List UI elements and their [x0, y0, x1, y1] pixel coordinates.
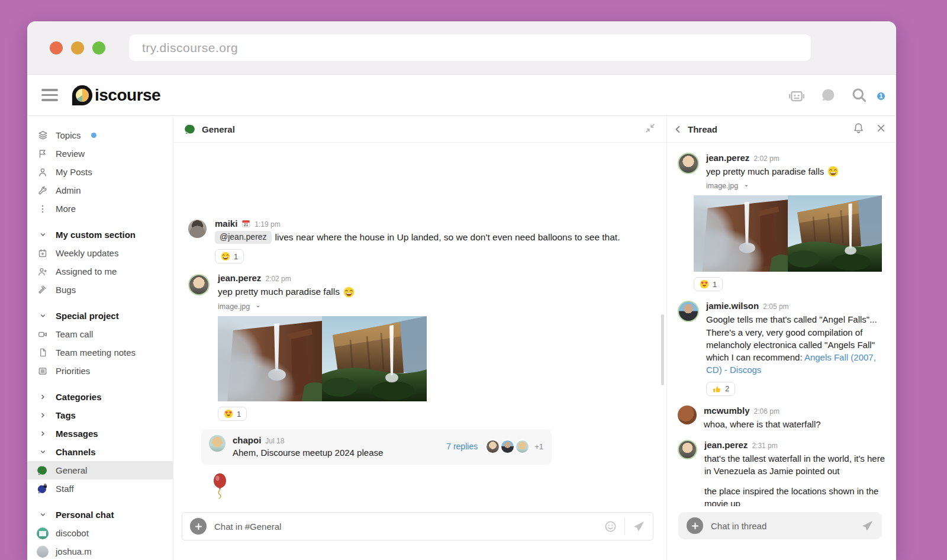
message-username[interactable]: jean.perez — [706, 153, 749, 163]
chevron-down-icon — [37, 230, 48, 240]
message-username[interactable]: maiki — [215, 218, 237, 228]
paradise-falls-image[interactable] — [694, 195, 788, 272]
close-icon[interactable] — [876, 123, 886, 136]
send-icon[interactable] — [861, 520, 874, 532]
angel-falls-image[interactable] — [788, 195, 882, 272]
attachment-toggle[interactable]: image.jpg — [706, 182, 839, 190]
avatar[interactable] — [188, 220, 207, 238]
message-list[interactable]: maiki 21 1:19 pm @jean.perez lives near … — [173, 143, 666, 505]
thread-message-list[interactable]: jean.perez 2:02 pm yep pretty much parad… — [667, 143, 896, 506]
scrollbar-thumb[interactable] — [661, 314, 664, 385]
sidebar-item-more[interactable]: More — [27, 199, 173, 218]
channel-composer — [182, 512, 653, 540]
attachment-toggle[interactable]: image.jpg — [218, 302, 427, 311]
sidebar-item-discobot[interactable]: discobot — [27, 524, 173, 542]
user-avatar — [37, 546, 48, 557]
close-window-button[interactable] — [50, 41, 63, 54]
sidebar-item-joshua-m[interactable]: joshua.m — [27, 542, 173, 560]
reaction-heart-eyes[interactable]: 1 — [218, 407, 247, 421]
sidebar-item-assigned-to-me[interactable]: Assigned to me — [27, 262, 173, 281]
participant-avatar — [485, 439, 500, 454]
bell-icon[interactable] — [853, 123, 864, 136]
laughing-emoji — [827, 166, 839, 177]
thread-message-mcwumbly: mcwumbly 2:06 pm whoa, where is that wat… — [678, 405, 887, 430]
user-mention[interactable]: @jean.perez — [215, 231, 272, 244]
message-text: the place inspired the locations shown i… — [704, 486, 878, 506]
bot-icon[interactable] — [788, 88, 806, 103]
add-attachment-button[interactable] — [687, 517, 703, 534]
unread-dot — [91, 133, 96, 138]
chat-icon[interactable] — [820, 87, 836, 103]
sidebar-section-tags[interactable]: Tags — [27, 406, 173, 424]
sidebar-item-label: Staff — [56, 484, 74, 494]
sidebar-item-bugs[interactable]: Bugs — [27, 281, 173, 299]
message-username[interactable]: jean.perez — [704, 440, 748, 450]
section-title: Special project — [56, 311, 119, 321]
minimize-window-button[interactable] — [71, 41, 84, 54]
sidebar-item-channel-staff[interactable]: Staff — [27, 479, 173, 498]
attached-images[interactable] — [218, 316, 427, 401]
message-username[interactable]: mcwumbly — [704, 405, 750, 416]
sidebar-item-team-meeting-notes[interactable]: Team meeting notes — [27, 343, 173, 362]
url-bar[interactable]: try.discourse.org — [129, 34, 811, 61]
message-timestamp: 2:05 pm — [763, 302, 788, 311]
sidebar-section-special-project[interactable]: Special project — [27, 307, 173, 325]
sidebar-item-topics[interactable]: Topics — [27, 126, 173, 144]
thread-replies-link[interactable]: 7 replies — [446, 442, 478, 451]
reaction-laughing[interactable]: 1 — [215, 249, 244, 263]
channel-message-input[interactable] — [214, 522, 597, 532]
reaction-heart-eyes[interactable]: 1 — [694, 277, 723, 291]
gavel-icon — [37, 285, 48, 295]
avatar[interactable] — [678, 405, 697, 424]
avatar[interactable] — [678, 153, 699, 174]
chat-bubble-green-icon — [37, 465, 48, 476]
message-text: yep pretty much paradise falls — [218, 285, 340, 298]
add-attachment-button[interactable] — [190, 518, 207, 535]
maximize-window-button[interactable] — [92, 41, 105, 54]
sidebar-item-my-posts[interactable]: My Posts — [27, 163, 173, 181]
message-timestamp: 2:02 pm — [753, 155, 779, 163]
chevron-down-icon — [37, 447, 48, 458]
send-icon[interactable] — [633, 520, 645, 533]
reaction-thumbs-up[interactable]: 2 — [706, 382, 735, 396]
sidebar-item-team-call[interactable]: Team call — [27, 325, 173, 343]
laughing-emoji — [343, 287, 355, 298]
sidebar-section-categories[interactable]: Categories — [27, 388, 173, 406]
emoji-picker-icon[interactable] — [604, 520, 617, 533]
angel-falls-image[interactable] — [322, 316, 427, 401]
attached-images[interactable] — [694, 195, 887, 272]
sidebar-item-label: Assigned to me — [56, 266, 117, 276]
message-username[interactable]: chapoi — [233, 435, 261, 445]
collapse-icon[interactable] — [645, 123, 655, 136]
section-title: My custom section — [56, 230, 136, 240]
thread-preview-chapoi[interactable]: chapoi Jul 18 Ahem, Discourse meetup 202… — [201, 429, 552, 465]
avatar[interactable] — [209, 435, 226, 452]
hamburger-menu-icon[interactable] — [41, 89, 58, 101]
paradise-falls-image[interactable] — [218, 316, 322, 401]
message-text: Ahem, Discourse meetup 2024 please — [233, 448, 383, 458]
sidebar-item-label: General — [56, 465, 87, 475]
sidebar-item-priorities[interactable]: Priorities — [27, 362, 173, 380]
message-username[interactable]: jean.perez — [218, 273, 261, 283]
avatar[interactable] — [678, 440, 697, 459]
sidebar-item-label: Bugs — [56, 285, 76, 295]
sidebar-section-channels[interactable]: Channels — [27, 443, 173, 461]
avatar[interactable] — [678, 301, 699, 322]
sidebar-item-label: joshua.m — [56, 546, 92, 556]
message-username[interactable]: jamie.wilson — [706, 301, 759, 311]
sidebar-item-review[interactable]: Review — [27, 144, 173, 163]
search-icon[interactable] — [851, 87, 867, 103]
participant-avatar — [500, 439, 515, 454]
thread-message-jamie-wilson: jamie.wilson 2:05 pm Google tells me tha… — [678, 301, 887, 395]
sidebar-item-channel-general[interactable]: General — [27, 461, 173, 479]
avatar[interactable] — [188, 274, 210, 295]
sidebar-section-messages[interactable]: Messages — [27, 424, 173, 443]
sidebar-item-weekly-updates[interactable]: Weekly updates — [27, 244, 173, 262]
sidebar-item-admin[interactable]: Admin — [27, 181, 173, 199]
discourse-logo[interactable]: iscourse — [71, 84, 160, 107]
sidebar-section-personal-chat[interactable]: Personal chat — [27, 506, 173, 524]
sidebar-item-label: Review — [56, 149, 85, 159]
thread-message-input[interactable] — [711, 521, 853, 531]
sidebar-section-my-custom-section[interactable]: My custom section — [27, 226, 173, 244]
back-icon[interactable] — [673, 124, 683, 134]
